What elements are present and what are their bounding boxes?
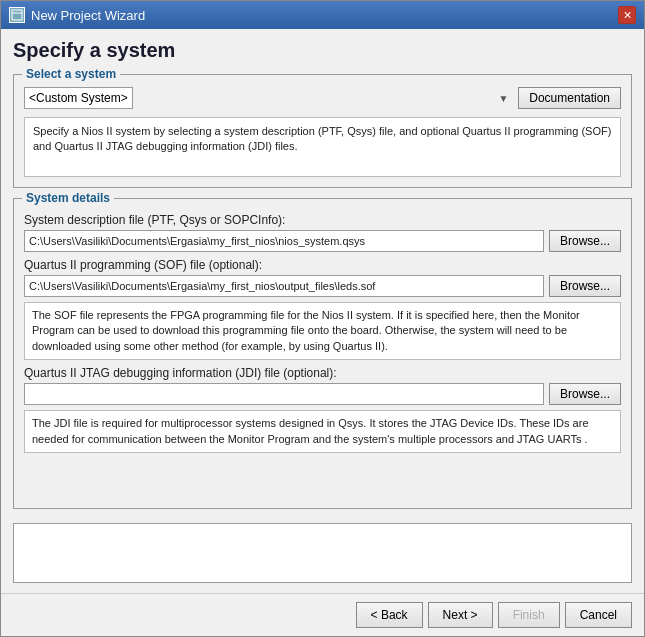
window-title: New Project Wizard xyxy=(31,8,145,23)
sof-info: The SOF file represents the FPGA program… xyxy=(24,302,621,360)
select-system-label: Select a system xyxy=(22,67,120,81)
sof-label: Quartus II programming (SOF) file (optio… xyxy=(24,258,621,272)
app-icon xyxy=(9,7,25,23)
cancel-button[interactable]: Cancel xyxy=(565,602,632,628)
page-title: Specify a system xyxy=(13,39,632,62)
sof-browse-button[interactable]: Browse... xyxy=(549,275,621,297)
jdi-section: Quartus II JTAG debugging information (J… xyxy=(24,366,621,453)
main-window: New Project Wizard ✕ Specify a system Se… xyxy=(0,0,645,637)
system-dropdown[interactable]: <Custom System> xyxy=(24,87,133,109)
jdi-input[interactable] xyxy=(24,383,544,405)
select-system-group: Select a system <Custom System> Document… xyxy=(13,74,632,188)
sof-section: Quartus II programming (SOF) file (optio… xyxy=(24,258,621,360)
ptf-section: System description file (PTF, Qsys or SO… xyxy=(24,213,621,252)
system-details-label: System details xyxy=(22,191,114,205)
svg-rect-0 xyxy=(12,10,22,20)
ptf-row: Browse... xyxy=(24,230,621,252)
jdi-browse-button[interactable]: Browse... xyxy=(549,383,621,405)
close-button[interactable]: ✕ xyxy=(618,6,636,24)
bottom-area xyxy=(13,523,632,583)
ptf-input[interactable] xyxy=(24,230,544,252)
content-area: Specify a system Select a system <Custom… xyxy=(1,29,644,593)
jdi-label: Quartus II JTAG debugging information (J… xyxy=(24,366,621,380)
ptf-label: System description file (PTF, Qsys or SO… xyxy=(24,213,621,227)
footer: < Back Next > Finish Cancel xyxy=(1,593,644,636)
next-button[interactable]: Next > xyxy=(428,602,493,628)
system-select-row: <Custom System> Documentation xyxy=(24,87,621,109)
back-button[interactable]: < Back xyxy=(356,602,423,628)
finish-button[interactable]: Finish xyxy=(498,602,560,628)
system-dropdown-wrapper: <Custom System> xyxy=(24,87,512,109)
system-description: Specify a Nios II system by selecting a … xyxy=(24,117,621,177)
system-details-group: System details System description file (… xyxy=(13,198,632,509)
jdi-row: Browse... xyxy=(24,383,621,405)
documentation-button[interactable]: Documentation xyxy=(518,87,621,109)
jdi-info: The JDI file is required for multiproces… xyxy=(24,410,621,453)
sof-row: Browse... xyxy=(24,275,621,297)
sof-input[interactable] xyxy=(24,275,544,297)
ptf-browse-button[interactable]: Browse... xyxy=(549,230,621,252)
title-bar: New Project Wizard ✕ xyxy=(1,1,644,29)
